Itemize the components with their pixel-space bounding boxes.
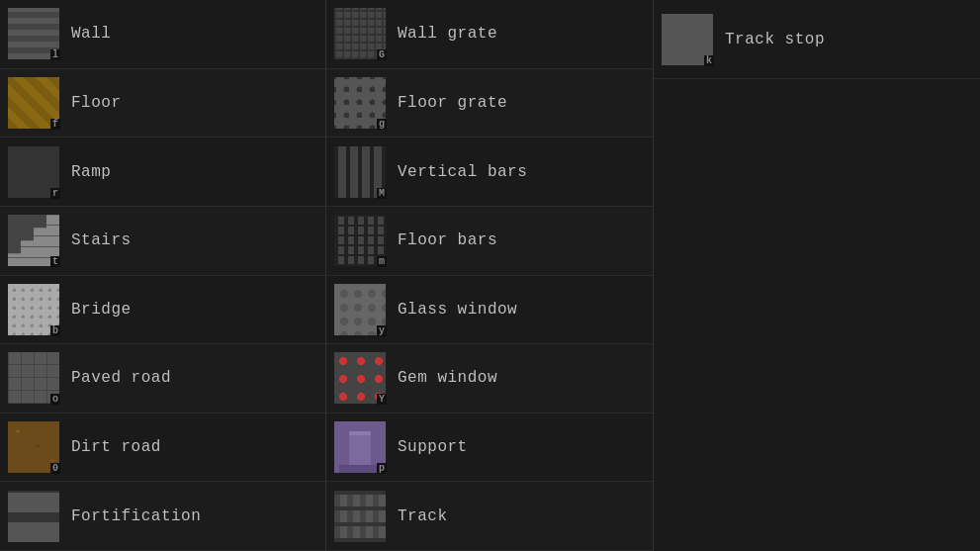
right-column: k Track stop xyxy=(654,0,980,551)
track-icon xyxy=(334,491,386,542)
floor-label: Floor xyxy=(71,94,122,112)
stairs-item[interactable]: t Stairs xyxy=(0,207,325,276)
paved-label: Paved road xyxy=(71,369,171,387)
stairs-icon-box: t xyxy=(6,213,61,268)
support-item[interactable]: p Support xyxy=(326,413,653,483)
paved-item[interactable]: o Paved road xyxy=(0,344,325,413)
vbars-item[interactable]: M Vertical bars xyxy=(326,138,653,207)
bridge-key: b xyxy=(50,325,60,336)
fbars-item[interactable]: m Floor bars xyxy=(326,207,653,276)
fortification-label: Fortification xyxy=(71,507,201,525)
floor-grate-key: g xyxy=(377,119,387,130)
wall-grate-label: Wall grate xyxy=(398,25,497,43)
vbars-label: Vertical bars xyxy=(398,163,527,181)
gem-window-key: Y xyxy=(377,394,387,405)
dirt-item[interactable]: 0 Dirt road xyxy=(0,413,325,483)
wall-grate-key: G xyxy=(377,49,387,60)
gem-window-icon-box: Y xyxy=(332,350,388,406)
floor-grate-item[interactable]: g Floor grate xyxy=(326,69,653,138)
floor-grate-label: Floor grate xyxy=(398,94,507,112)
fortification-icon-box xyxy=(6,489,61,544)
stairs-key: t xyxy=(50,256,60,267)
ramp-key: r xyxy=(50,188,60,199)
support-icon-box: p xyxy=(332,419,388,475)
support-label: Support xyxy=(398,438,468,456)
middle-column: G Wall grate g Floor grate M Vertical ba… xyxy=(326,0,654,551)
gem-window-label: Gem window xyxy=(398,369,497,387)
track-icon-box xyxy=(332,489,388,544)
wall-icon-box: l xyxy=(6,6,61,61)
wall-grate-item[interactable]: G Wall grate xyxy=(326,0,653,69)
track-stop-key: k xyxy=(704,55,714,66)
paved-icon-box: o xyxy=(6,350,61,406)
fbars-label: Floor bars xyxy=(398,231,497,249)
glass-window-key: y xyxy=(377,325,387,336)
floor-key: f xyxy=(50,119,60,130)
dirt-label: Dirt road xyxy=(71,438,161,456)
fbars-icon-box: m xyxy=(332,213,388,268)
dirt-key: 0 xyxy=(50,463,60,474)
stairs-label: Stairs xyxy=(71,231,132,249)
track-stop-label: Track stop xyxy=(725,31,825,48)
support-key: p xyxy=(377,463,387,474)
bridge-label: Bridge xyxy=(71,301,132,319)
gem-window-item[interactable]: Y Gem window xyxy=(326,344,653,413)
track-stop-item[interactable]: k Track stop xyxy=(654,0,980,79)
wall-key: l xyxy=(50,49,60,60)
glass-window-item[interactable]: y Glass window xyxy=(326,276,653,345)
left-column: l Wall f Floor r Ramp t Stairs xyxy=(0,0,326,551)
glass-window-icon-box: y xyxy=(332,282,388,337)
ramp-label: Ramp xyxy=(71,163,111,181)
track-stop-icon-box: k xyxy=(660,12,715,67)
floor-icon-box: f xyxy=(6,75,61,131)
ramp-icon-box: r xyxy=(6,144,61,200)
build-menu: l Wall f Floor r Ramp t Stairs xyxy=(0,0,980,551)
dirt-icon-box: 0 xyxy=(6,419,61,475)
ramp-item[interactable]: r Ramp xyxy=(0,138,325,207)
bridge-icon-box: b xyxy=(6,282,61,337)
vbars-icon-box: M xyxy=(332,144,388,200)
wall-item[interactable]: l Wall xyxy=(0,0,325,69)
fbars-key: m xyxy=(377,256,387,267)
wall-label: Wall xyxy=(71,25,111,43)
fortification-icon xyxy=(8,491,59,542)
bridge-item[interactable]: b Bridge xyxy=(0,276,325,345)
wall-grate-icon-box: G xyxy=(332,6,388,61)
fortification-item[interactable]: Fortification xyxy=(0,482,325,551)
track-item[interactable]: Track xyxy=(326,482,653,551)
floor-grate-icon-box: g xyxy=(332,75,388,131)
vbars-key: M xyxy=(377,188,387,199)
track-label: Track xyxy=(398,507,448,525)
glass-window-label: Glass window xyxy=(398,301,517,319)
floor-item[interactable]: f Floor xyxy=(0,69,325,138)
paved-key: o xyxy=(50,394,60,405)
